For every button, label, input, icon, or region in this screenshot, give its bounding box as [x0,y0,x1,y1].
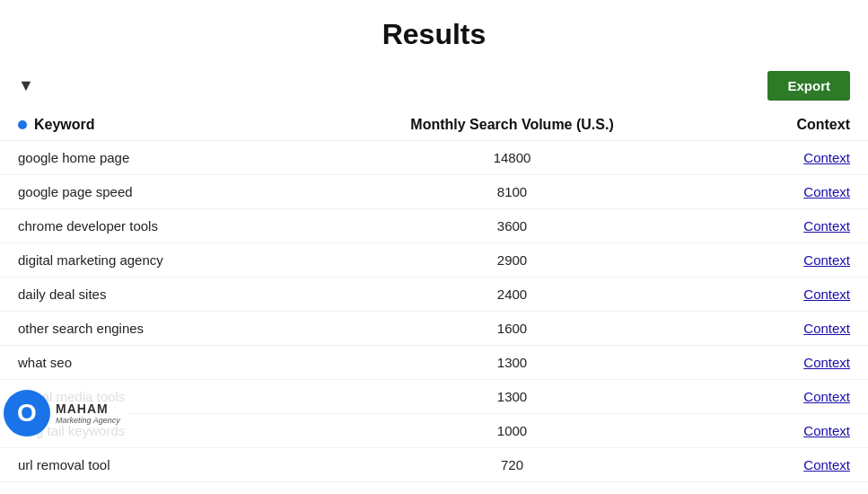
column-header-keyword: Keyword [0,110,309,141]
cell-volume: 720 [309,448,716,482]
table-row: social media tools1300Context [0,380,868,414]
cell-keyword: digital marketing agency [0,243,309,278]
cell-volume: 2400 [309,278,716,312]
cell-volume: 1300 [309,346,716,380]
cell-context: Context [715,346,868,380]
cell-volume: 1300 [309,380,716,414]
watermark-title: MAHAM [56,401,120,416]
cell-volume: 2900 [309,243,716,278]
watermark-subtitle: Marketing Agency [56,416,120,425]
cell-volume: 1600 [309,312,716,346]
context-link[interactable]: Context [803,321,850,336]
watermark-circle: O [4,390,50,437]
cell-keyword: google home page [0,141,309,175]
table-body: google home page14800Contextgoogle page … [0,141,868,482]
watermark-text: MAHAM Marketing Agency [56,401,120,425]
context-link[interactable]: Context [803,287,850,302]
keyword-diamond-icon [18,120,27,129]
table-row: google page speed8100Context [0,175,868,209]
cell-context: Context [715,380,868,414]
watermark-logo: O MAHAM Marketing Agency [0,386,127,440]
cell-volume: 3600 [309,209,716,243]
cell-context: Context [715,209,868,243]
cell-volume: 14800 [309,141,716,175]
context-link[interactable]: Context [803,150,850,165]
page-title: Results [0,0,868,66]
context-link[interactable]: Context [803,252,850,268]
table-header-row: Keyword Monthly Search Volume (U.S.) Con… [0,110,868,141]
cell-keyword: daily deal sites [0,278,309,312]
export-button[interactable]: Export [767,71,850,101]
cell-keyword: google page speed [0,175,309,209]
cell-volume: 8100 [309,175,716,209]
context-link[interactable]: Context [803,457,850,472]
context-link[interactable]: Context [803,423,850,438]
table-row: other search engines1600Context [0,312,868,346]
cell-context: Context [715,448,868,482]
column-header-volume: Monthly Search Volume (U.S.) [309,110,716,141]
context-link[interactable]: Context [803,184,850,199]
cell-context: Context [715,312,868,346]
table-row: google home page14800Context [0,141,868,175]
cell-keyword: other search engines [0,312,309,346]
context-link[interactable]: Context [803,355,850,370]
table-row: digital marketing agency2900Context [0,243,868,278]
table-row: what seo1300Context [0,346,868,380]
filter-icon[interactable]: ▼ [18,76,34,95]
cell-keyword: chrome developer tools [0,209,309,243]
context-link[interactable]: Context [803,218,850,234]
cell-keyword: what seo [0,346,309,380]
table-row: url removal tool720Context [0,448,868,482]
cell-context: Context [715,175,868,209]
cell-context: Context [715,243,868,278]
column-header-context: Context [715,110,868,141]
results-table: Keyword Monthly Search Volume (U.S.) Con… [0,110,868,482]
table-row: long tail keywords1000Context [0,414,868,448]
table-row: chrome developer tools3600Context [0,209,868,243]
cell-keyword: url removal tool [0,448,309,482]
cell-context: Context [715,278,868,312]
context-link[interactable]: Context [803,389,850,404]
table-row: daily deal sites2400Context [0,278,868,312]
cell-context: Context [715,141,868,175]
cell-context: Context [715,414,868,448]
toolbar: ▼ Export [0,66,868,110]
cell-volume: 1000 [309,414,716,448]
